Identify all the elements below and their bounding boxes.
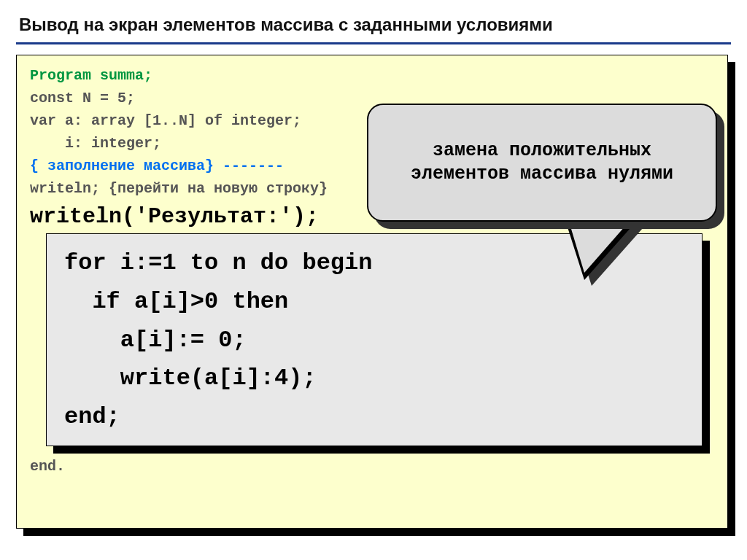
code-line-6: writeln; {перейти на новую строку} (30, 180, 328, 197)
code-line-1: Program summa; (30, 67, 152, 84)
callout-box: замена положительных элементов массива н… (367, 104, 717, 222)
callout-text: замена положительных элементов массива н… (389, 139, 695, 187)
code-block-body: Program summa; const N = 5; var a: array… (16, 55, 728, 529)
inner-line-5: end; (64, 403, 120, 430)
inner-line-3: a[i]:= 0; (64, 327, 247, 354)
code-line-4: i: integer; (30, 135, 161, 152)
inner-line-2: if a[i]>0 then (64, 288, 288, 315)
code-line-end: end. (30, 458, 714, 475)
title-rule (16, 42, 731, 44)
code-line-5-dashes: ------- (214, 158, 284, 174)
code-line-2: const N = 5; (30, 90, 135, 106)
slide: Вывод на экран элементов массива с задан… (0, 0, 747, 560)
inner-line-4: write(a[i]:4); (64, 365, 317, 392)
slide-title: Вывод на экран элементов массива с задан… (19, 15, 731, 35)
code-line-3: var a: array [1..N] of integer; (30, 112, 301, 129)
code-line-5-comment: { заполнение массива} (30, 158, 214, 174)
code-block: Program summa; const N = 5; var a: array… (16, 55, 728, 529)
inner-line-1: for i:=1 to n do begin (64, 249, 372, 276)
callout: замена положительных элементов массива н… (367, 104, 717, 222)
